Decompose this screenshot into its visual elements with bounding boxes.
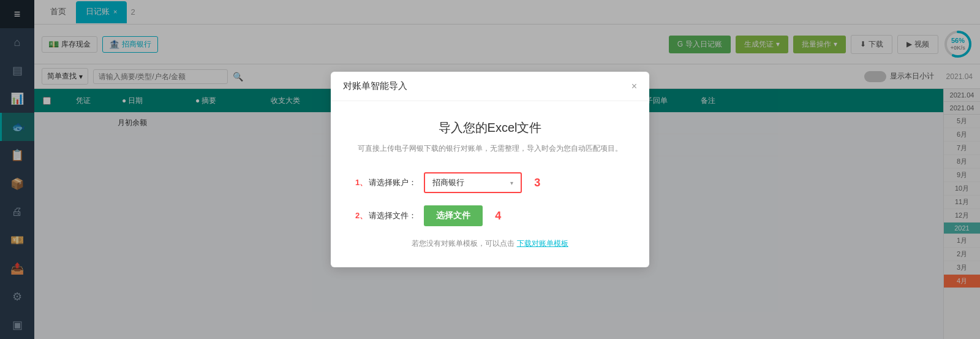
file-step-label: 2、请选择文件： xyxy=(355,210,417,221)
modal-title: 对账单智能导入 xyxy=(343,80,407,92)
account-select[interactable]: 招商银行 ▾ xyxy=(424,172,522,193)
modal-overlay: 对账单智能导入 × 导入您的Excel文件 可直接上传电子网银下载的银行对账单，… xyxy=(0,0,980,339)
modal-footer: 若您没有对账单模板，可以点击 下载对账单模板 xyxy=(355,238,625,249)
account-step-label: 1、请选择账户： xyxy=(355,177,417,188)
footer-text: 若您没有对账单模板，可以点击 xyxy=(412,239,514,248)
select-file-btn[interactable]: 选择文件 xyxy=(424,205,483,226)
annotation-3: 3 xyxy=(534,177,540,189)
download-template-link[interactable]: 下载对账单模板 xyxy=(517,239,568,248)
modal-header: 对账单智能导入 × xyxy=(331,72,649,101)
account-select-value: 招商银行 xyxy=(432,177,464,188)
modal-description: 可直接上传电子网银下载的银行对账单，无需整理，导入时会为您自动匹配项目。 xyxy=(355,143,625,154)
modal-body: 导入您的Excel文件 可直接上传电子网银下载的银行对账单，无需整理，导入时会为… xyxy=(331,101,649,267)
form-row-file: 2、请选择文件： 选择文件 4 xyxy=(355,205,625,226)
select-dropdown-arrow: ▾ xyxy=(510,180,513,186)
annotation-4: 4 xyxy=(495,210,501,223)
import-modal: 对账单智能导入 × 导入您的Excel文件 可直接上传电子网银下载的银行对账单，… xyxy=(331,72,649,267)
modal-close-btn[interactable]: × xyxy=(631,81,637,92)
modal-main-title: 导入您的Excel文件 xyxy=(355,120,625,136)
form-row-account: 1、请选择账户： 招商银行 ▾ 3 xyxy=(355,172,625,193)
